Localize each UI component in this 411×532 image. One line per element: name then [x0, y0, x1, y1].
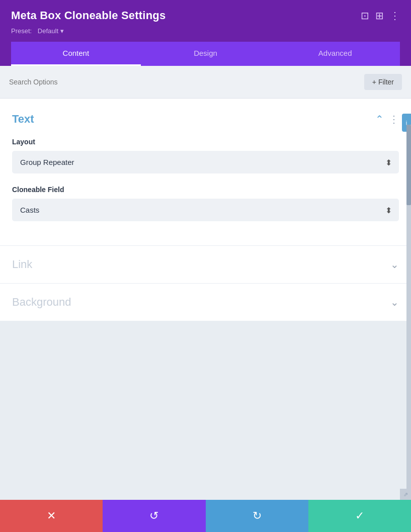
cloneable-field-select-wrapper: Casts Images Videos ⬍ [12, 199, 399, 221]
layout-select[interactable]: Group Repeater Inline Block [12, 151, 399, 173]
header-title: Meta Box Cloneable Settings [11, 9, 166, 22]
scrollbar-thumb [406, 125, 411, 205]
save-button[interactable]: ✓ [308, 500, 411, 532]
preset-label: Preset: [11, 27, 32, 35]
right-scrollbar[interactable] [406, 125, 411, 500]
text-section-title: Text [12, 113, 34, 126]
more-icon[interactable]: ⋮ [390, 11, 400, 21]
link-section: Link ⌄ [0, 246, 411, 284]
link-section-title: Link [12, 258, 32, 271]
background-section-title: Background [12, 296, 71, 309]
undo-button[interactable]: ↺ [103, 500, 205, 532]
tab-bar: Content Design Advanced [11, 42, 400, 66]
background-section: Background ⌄ [0, 284, 411, 321]
tab-advanced[interactable]: Advanced [270, 42, 400, 66]
cloneable-field-select[interactable]: Casts Images Videos [12, 199, 399, 221]
link-expand-icon[interactable]: ⌄ [390, 258, 399, 271]
search-input[interactable] [9, 78, 245, 86]
tab-design[interactable]: Design [141, 42, 271, 66]
background-expand-icon[interactable]: ⌄ [390, 296, 399, 308]
bottom-bar: ✕ ↺ ↻ ✓ [0, 500, 411, 532]
redo-button[interactable]: ↻ [206, 500, 308, 532]
preset-chevron-icon: ▾ [60, 27, 64, 35]
text-options-icon[interactable]: ⋮ [389, 113, 399, 125]
header-top: Meta Box Cloneable Settings ⊡ ⊞ ⋮ [11, 9, 400, 22]
search-bar: + Filter [0, 66, 411, 99]
cloneable-field-label: Cloneable Field [12, 186, 399, 194]
header-icons: ⊡ ⊞ ⋮ [361, 11, 400, 21]
text-section-controls: ⌃ ⋮ [375, 113, 399, 125]
columns-icon[interactable]: ⊞ [375, 11, 384, 21]
text-section-header: Text ⌃ ⋮ [12, 113, 399, 126]
tab-content[interactable]: Content [11, 42, 141, 66]
layout-select-wrapper: Group Repeater Inline Block ⬍ [12, 151, 399, 173]
text-section: Text ⌃ ⋮ i Layout Group Repeater Inline … [0, 99, 411, 246]
text-collapse-icon[interactable]: ⌃ [375, 113, 384, 125]
cancel-button[interactable]: ✕ [0, 500, 103, 532]
layout-label: Layout [12, 138, 399, 146]
focus-icon[interactable]: ⊡ [361, 11, 369, 21]
cloneable-field-group: Cloneable Field Casts Images Videos ⬍ [12, 186, 399, 221]
preset-selector[interactable]: Preset: Default ▾ [11, 27, 400, 35]
layout-field-group: Layout Group Repeater Inline Block ⬍ [12, 138, 399, 173]
resize-handle[interactable]: ⇗ [400, 489, 411, 500]
settings-header: Meta Box Cloneable Settings ⊡ ⊞ ⋮ Preset… [0, 0, 411, 66]
preset-value: Default [38, 27, 58, 35]
filter-button[interactable]: + Filter [364, 74, 402, 90]
